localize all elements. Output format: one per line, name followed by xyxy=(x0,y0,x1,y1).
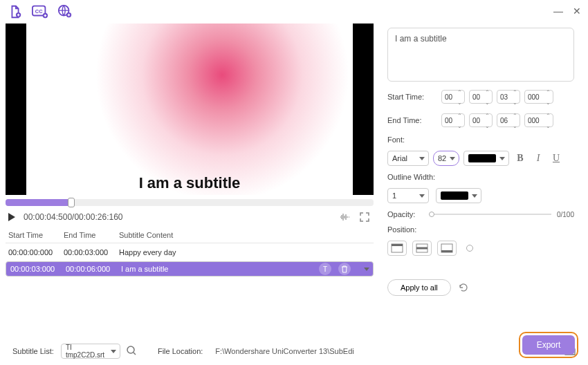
end-mm-stepper[interactable]: 00 xyxy=(469,113,493,127)
subtitle-list-select[interactable]: TI tmp2C2D.srt xyxy=(61,344,120,359)
file-location-label: File Location: xyxy=(158,347,203,355)
position-bottom-button[interactable] xyxy=(437,241,457,256)
svg-point-12 xyxy=(127,346,134,353)
add-file-icon[interactable] xyxy=(7,4,24,19)
web-subtitle-icon[interactable] xyxy=(57,4,73,19)
italic-button[interactable]: I xyxy=(531,151,545,165)
close-icon[interactable]: ✕ xyxy=(573,6,581,17)
font-color-select[interactable] xyxy=(463,151,509,166)
start-ms-stepper[interactable]: 000 xyxy=(524,90,553,104)
translate-icon[interactable]: T xyxy=(319,263,331,275)
svg-rect-9 xyxy=(416,247,428,250)
waveform-icon[interactable] xyxy=(339,211,351,223)
position-custom-radio[interactable] xyxy=(466,245,473,252)
video-preview: I am a subtitle xyxy=(6,24,374,195)
table-row[interactable]: 00:00:03:000 00:00:06:000 I am a subtitl… xyxy=(6,261,374,277)
svg-rect-7 xyxy=(392,244,403,246)
subtitle-overlay: I am a subtitle xyxy=(6,174,374,192)
font-size-select[interactable]: 82 xyxy=(433,151,459,166)
reset-icon[interactable] xyxy=(458,282,469,293)
play-icon[interactable] xyxy=(8,213,15,221)
end-hh-stepper[interactable]: 00 xyxy=(441,113,465,127)
svg-text:CC: CC xyxy=(35,8,43,15)
outline-width-label: Outline Width: xyxy=(387,173,574,181)
apply-all-button[interactable]: Apply to all xyxy=(387,279,451,296)
outline-width-select[interactable]: 1 xyxy=(387,188,429,203)
position-label: Position: xyxy=(387,225,574,234)
subtitle-list-label: Subtitle List: xyxy=(12,347,54,355)
search-icon[interactable] xyxy=(126,345,138,357)
start-time-label: Start Time: xyxy=(387,93,441,101)
subtitle-text-input[interactable] xyxy=(387,28,574,82)
start-ss-stepper[interactable]: 03 xyxy=(497,90,520,104)
outline-color-select[interactable] xyxy=(436,188,481,203)
file-location-path: F:\Wondershare UniConverter 13\SubEdi xyxy=(215,347,560,355)
end-time-label: End Time: xyxy=(387,116,441,124)
position-top-button[interactable] xyxy=(387,241,407,256)
position-middle-button[interactable] xyxy=(412,241,432,256)
underline-button[interactable]: U xyxy=(549,151,563,165)
playback-time: 00:00:04:500/00:00:26:160 xyxy=(24,212,332,222)
export-button[interactable]: Export xyxy=(522,335,575,355)
opacity-slider[interactable] xyxy=(429,214,551,215)
timeline-slider[interactable] xyxy=(6,199,374,206)
end-ss-stepper[interactable]: 06 xyxy=(497,113,520,127)
minimize-icon[interactable]: — xyxy=(553,6,563,17)
add-cc-icon[interactable]: CC xyxy=(32,4,48,19)
start-hh-stepper[interactable]: 00 xyxy=(441,90,465,104)
start-mm-stepper[interactable]: 00 xyxy=(469,90,493,104)
delete-icon[interactable] xyxy=(338,263,351,275)
bold-button[interactable]: B xyxy=(513,151,527,165)
font-family-select[interactable]: Arial xyxy=(387,151,429,166)
opacity-label: Opacity: xyxy=(387,210,422,218)
end-ms-stepper[interactable]: 000 xyxy=(524,113,553,127)
font-label: Font: xyxy=(387,135,574,144)
subtitle-table-header: Start Time End Time Subtitle Content xyxy=(6,227,374,243)
svg-rect-11 xyxy=(441,250,452,252)
toolbar: CC — ✕ xyxy=(0,0,588,24)
fullscreen-icon[interactable] xyxy=(358,211,371,223)
table-row[interactable]: 00:00:00:000 00:00:03:000 Happy every da… xyxy=(6,243,374,261)
opacity-value: 0/100 xyxy=(557,211,574,218)
